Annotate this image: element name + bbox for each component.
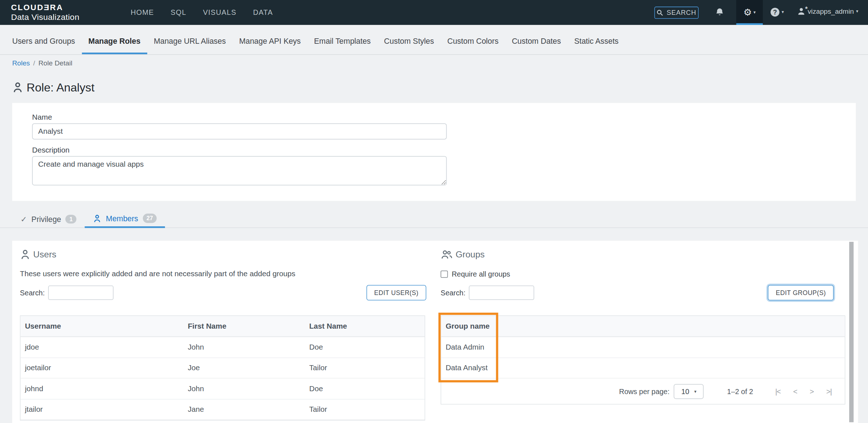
nav-visuals[interactable]: VISUALS — [203, 8, 237, 17]
prev-page-icon[interactable]: < — [793, 387, 797, 396]
tab-manage-api-keys[interactable]: Manage API Keys — [233, 28, 307, 54]
groups-search-input[interactable] — [469, 286, 534, 300]
gear-icon: ⚙ — [743, 8, 752, 17]
tab-custom-dates[interactable]: Custom Dates — [505, 28, 568, 54]
tab-users-and-groups[interactable]: Users and Groups — [5, 28, 82, 54]
cell-first-name: John — [183, 343, 305, 351]
groups-section-title: Groups — [456, 249, 485, 260]
nav-data[interactable]: DATA — [253, 8, 273, 17]
tab-custom-styles[interactable]: Custom Styles — [377, 28, 441, 54]
users-table: Username First Name Last Name jdoe John … — [20, 315, 425, 420]
cell-username: johnd — [21, 384, 183, 393]
privilege-tab-label: Privilege — [31, 215, 61, 223]
groups-table-header: Group name — [441, 316, 845, 337]
users-search-label: Search: — [20, 289, 45, 297]
cloudera-logo[interactable]: CLOUDƎRA Data Visualization — [11, 3, 80, 22]
user-icon — [797, 7, 805, 16]
users-search-input[interactable] — [48, 286, 114, 300]
require-all-groups-checkbox[interactable] — [441, 270, 448, 278]
cell-last-name: Doe — [305, 384, 425, 393]
settings-menu[interactable]: ⚙ ▾ — [736, 0, 763, 25]
last-page-icon[interactable]: >| — [826, 387, 831, 396]
role-detail-tabs: ✓ Privilege 1 Members 27 — [0, 210, 868, 228]
nav-sql[interactable]: SQL — [171, 8, 187, 17]
tab-manage-roles[interactable]: Manage Roles — [82, 28, 147, 54]
groups-table: Group name Data Admin Data Analyst Rows … — [441, 315, 845, 404]
table-row: Data Analyst — [441, 358, 845, 379]
description-label: Description — [32, 146, 69, 154]
users-search-row: Search: — [20, 286, 113, 300]
edit-users-button[interactable]: EDIT USER(S) — [366, 285, 426, 300]
breadcrumb-roles-link[interactable]: Roles — [12, 59, 30, 67]
help-menu[interactable]: ? ▾ — [771, 8, 784, 16]
breadcrumb-separator: / — [33, 59, 35, 67]
tab-static-assets[interactable]: Static Assets — [567, 28, 625, 54]
page-root: CLOUDƎRA Data Visualization HOME SQL VIS… — [0, 0, 868, 423]
brand-line2: Data Visualization — [11, 12, 80, 22]
pagination: Rows per page: 10 ▾ 1–2 of 2 |< < > >| — [441, 379, 845, 404]
name-label: Name — [32, 113, 52, 121]
username-label: vizapps_admin — [808, 8, 854, 15]
users-section: Users These users were explicitly added … — [20, 241, 425, 423]
groups-section: Groups Require all groups Search: EDIT G… — [441, 241, 845, 423]
col-header-username: Username — [21, 322, 183, 330]
role-user-icon — [12, 81, 24, 94]
help-icon: ? — [771, 8, 779, 16]
members-count-badge: 27 — [142, 214, 157, 223]
first-page-icon[interactable]: |< — [775, 387, 780, 396]
tab-privilege[interactable]: ✓ Privilege 1 — [12, 210, 85, 228]
user-menu[interactable]: vizapps_admin ▾ — [797, 7, 858, 16]
groups-section-header: Groups — [441, 249, 485, 260]
chevron-down-icon: ▾ — [782, 10, 784, 14]
check-icon: ✓ — [21, 215, 27, 223]
page-title: Role: Analyst — [26, 81, 94, 94]
groups-search-label: Search: — [441, 289, 465, 297]
chevron-down-icon: ▾ — [856, 9, 858, 13]
rows-per-page-value: 10 — [681, 387, 689, 396]
table-row: johnd John Doe — [21, 379, 425, 399]
col-header-first-name: First Name — [183, 322, 305, 330]
nav-home[interactable]: HOME — [131, 8, 154, 17]
members-user-icon — [93, 214, 102, 223]
tab-members[interactable]: Members 27 — [85, 210, 165, 228]
cell-group-name: Data Admin — [441, 343, 845, 351]
admin-tabbar: Users and Groups Manage Roles Manage URL… — [0, 25, 868, 55]
cell-username: jdoe — [21, 343, 183, 351]
description-field[interactable]: Create and manage visual apps — [32, 156, 447, 185]
main-nav: HOME SQL VISUALS DATA — [131, 0, 273, 25]
col-header-group-name: Group name — [441, 322, 845, 330]
table-row: joetailor Joe Tailor — [21, 358, 425, 379]
tab-custom-colors[interactable]: Custom Colors — [441, 28, 505, 54]
users-icon — [20, 249, 30, 260]
members-panel: Users These users were explicitly added … — [12, 241, 858, 423]
cell-first-name: Jane — [183, 405, 305, 414]
cell-last-name: Tailor — [305, 405, 425, 414]
chevron-down-icon: ▾ — [694, 389, 697, 394]
cell-group-name: Data Analyst — [441, 364, 845, 372]
search-icon — [657, 9, 663, 16]
users-table-header: Username First Name Last Name — [21, 316, 425, 337]
vertical-scrollbar[interactable] — [849, 242, 854, 422]
col-header-last-name: Last Name — [305, 322, 425, 330]
users-note: These users were explicitly added and ar… — [20, 269, 295, 278]
next-page-icon[interactable]: > — [810, 387, 814, 396]
require-all-groups-label: Require all groups — [452, 270, 510, 278]
breadcrumb-current: Role Detail — [38, 59, 72, 67]
tab-manage-url-aliases[interactable]: Manage URL Aliases — [147, 28, 233, 54]
search-button[interactable]: SEARCH — [654, 7, 698, 19]
tab-email-templates[interactable]: Email Templates — [307, 28, 378, 54]
notifications-button[interactable] — [715, 8, 724, 17]
top-navbar: CLOUDƎRA Data Visualization HOME SQL VIS… — [0, 0, 868, 25]
privilege-count-badge: 1 — [65, 214, 76, 223]
groups-icon — [441, 249, 453, 260]
table-row: Data Admin — [441, 337, 845, 358]
edit-groups-button[interactable]: EDIT GROUP(S) — [768, 285, 834, 300]
groups-search-row: Search: — [441, 286, 534, 300]
bell-icon — [715, 8, 724, 17]
rows-per-page-select[interactable]: 10 ▾ — [674, 384, 704, 398]
page-heading: Role: Analyst — [12, 81, 94, 94]
cell-first-name: John — [183, 384, 305, 393]
search-button-label: SEARCH — [667, 9, 696, 16]
name-field[interactable] — [32, 123, 447, 139]
cell-first-name: Joe — [183, 364, 305, 372]
